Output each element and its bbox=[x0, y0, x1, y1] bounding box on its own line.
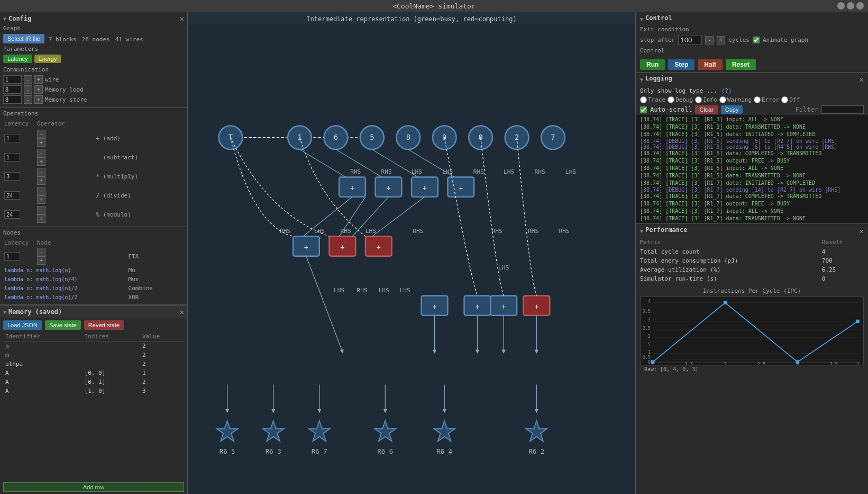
node-plus[interactable]: + bbox=[37, 256, 45, 265]
ops-plus[interactable]: + bbox=[37, 138, 45, 147]
comm-plus-0[interactable]: + bbox=[34, 75, 43, 84]
comm-row-0: - + wire bbox=[3, 75, 184, 84]
halt-btn[interactable]: Halt bbox=[698, 59, 723, 70]
run-btn[interactable]: Run bbox=[640, 59, 665, 70]
comm-label: Communication bbox=[3, 66, 184, 73]
comm-input-0[interactable] bbox=[3, 75, 22, 84]
nodes-col-latency: Latency bbox=[4, 239, 36, 246]
svg-text:+: + bbox=[423, 184, 427, 192]
svg-rect-126 bbox=[724, 301, 727, 304]
perf-metric: Total enery consumption (pJ) bbox=[636, 256, 818, 265]
radio-off[interactable]: Off bbox=[781, 96, 800, 103]
mem-id: m bbox=[3, 351, 83, 360]
config-close[interactable]: ✕ bbox=[180, 14, 184, 23]
svg-text:R6_4: R6_4 bbox=[436, 447, 452, 455]
animate-checkbox[interactable] bbox=[753, 37, 760, 43]
ir-graph-svg: T 1 6 5 8 9 0 2 7 RHS RHS bbox=[188, 25, 635, 494]
memory-close[interactable]: ✕ bbox=[180, 308, 184, 316]
perf-result: 6.25 bbox=[818, 265, 868, 274]
center-area: Intermediate representation (green=busy,… bbox=[188, 12, 635, 494]
comm-minus-1[interactable]: - bbox=[24, 85, 32, 94]
log-line: [38.74] [TRACE] [3] [R1_3] data: TRANSMI… bbox=[640, 123, 864, 131]
comm-label-0: wire bbox=[45, 76, 59, 83]
raw-line: Raw: [0, 4, 0, 3] bbox=[640, 365, 864, 373]
tab-energy[interactable]: Energy bbox=[34, 55, 61, 63]
comm-minus-2[interactable]: - bbox=[24, 95, 32, 104]
ops-latency-input[interactable] bbox=[4, 134, 20, 142]
memory-title: Memory (saved) bbox=[8, 308, 62, 316]
svg-text:R6_3: R6_3 bbox=[266, 447, 281, 455]
node-latency-input[interactable] bbox=[4, 252, 20, 261]
add-row-btn[interactable]: Add row bbox=[3, 482, 184, 492]
ops-minus[interactable]: - bbox=[37, 187, 45, 195]
comm-label-2: Memory store bbox=[45, 96, 87, 103]
comm-plus-2[interactable]: + bbox=[34, 95, 43, 104]
select-ir-btn[interactable]: Select IR file bbox=[3, 34, 44, 43]
svg-text:1: 1 bbox=[297, 133, 301, 141]
cycle-plus[interactable]: + bbox=[717, 36, 725, 44]
mem-indices: [1, 0] bbox=[83, 387, 141, 396]
help-icon[interactable]: (?) bbox=[721, 87, 732, 94]
ir-canvas[interactable]: T 1 6 5 8 9 0 2 7 RHS RHS bbox=[188, 25, 635, 494]
svg-text:RHS: RHS bbox=[528, 228, 538, 235]
revert-state-btn[interactable]: Revert state bbox=[84, 320, 124, 330]
logging-close[interactable]: ✕ bbox=[860, 75, 864, 84]
performance-section: ▼ Performance ✕ Metric Result Total cycl… bbox=[636, 224, 868, 494]
radio-trace[interactable]: Trace bbox=[640, 96, 665, 103]
autoscroll-checkbox[interactable] bbox=[640, 106, 647, 113]
radio-error[interactable]: Error bbox=[754, 96, 779, 103]
operations-section: Operations Latency Operator - + + (add) … bbox=[0, 108, 187, 227]
maximize-btn[interactable] bbox=[847, 2, 854, 10]
radio-debug[interactable]: Debug bbox=[668, 96, 693, 103]
perf-result: 4 bbox=[818, 247, 868, 257]
reset-btn[interactable]: Reset bbox=[726, 59, 756, 70]
stop-after-label: stop after bbox=[640, 37, 675, 43]
ops-minus[interactable]: - bbox=[37, 168, 45, 176]
mem-value: 1 bbox=[140, 369, 184, 378]
tab-latency[interactable]: Latency bbox=[3, 55, 32, 63]
cycle-minus[interactable]: - bbox=[705, 36, 714, 44]
svg-text:3: 3 bbox=[648, 317, 651, 322]
node-minus[interactable]: - bbox=[37, 248, 45, 256]
comm-plus-1[interactable]: + bbox=[34, 85, 43, 94]
load-json-btn[interactable]: Load JSON bbox=[3, 320, 42, 330]
mem-indices bbox=[83, 360, 141, 369]
comm-minus-0[interactable]: - bbox=[24, 75, 32, 84]
radio-info[interactable]: Info bbox=[695, 96, 717, 103]
ops-minus[interactable]: - bbox=[37, 130, 45, 138]
table-row: n 2 bbox=[3, 342, 184, 351]
minimize-btn[interactable] bbox=[837, 2, 845, 10]
svg-text:5: 5 bbox=[370, 133, 374, 141]
cycle-input[interactable] bbox=[678, 35, 702, 45]
ops-plus[interactable]: + bbox=[37, 176, 45, 185]
ops-plus[interactable]: + bbox=[37, 157, 45, 166]
control-title: Control bbox=[645, 14, 672, 22]
ops-latency-input[interactable] bbox=[4, 210, 20, 219]
radio-warning[interactable]: Warning bbox=[719, 96, 752, 103]
ops-latency-input[interactable] bbox=[4, 153, 20, 161]
table-row: alhpa 2 bbox=[3, 360, 184, 369]
log-line: [38.74] [TRACE] [3] [R1_5] output: FREE … bbox=[640, 157, 864, 165]
mem-value: 3 bbox=[140, 387, 184, 396]
step-btn[interactable]: Step bbox=[668, 59, 695, 70]
comm-input-1[interactable] bbox=[3, 85, 22, 94]
ops-latency-input[interactable] bbox=[4, 172, 20, 181]
svg-text:LHS: LHS bbox=[565, 168, 576, 175]
perf-close[interactable]: ✕ bbox=[860, 227, 864, 235]
save-state-btn[interactable]: Save state bbox=[45, 320, 81, 330]
copy-btn[interactable]: Copy bbox=[721, 105, 743, 114]
comm-input-2[interactable] bbox=[3, 95, 22, 104]
ops-latency-input[interactable] bbox=[4, 191, 20, 200]
ops-minus[interactable]: - bbox=[37, 149, 45, 157]
clear-btn[interactable]: Clear bbox=[695, 105, 717, 114]
cycles-label: cycles bbox=[728, 37, 750, 43]
ops-plus[interactable]: + bbox=[37, 195, 45, 204]
ops-minus[interactable]: - bbox=[37, 206, 45, 214]
close-btn-win[interactable] bbox=[856, 2, 864, 10]
table-row: A [0, 1] 2 bbox=[3, 378, 184, 387]
svg-rect-127 bbox=[796, 360, 799, 363]
mem-id: alhpa bbox=[3, 360, 83, 369]
filter-input[interactable] bbox=[821, 105, 864, 114]
ops-plus[interactable]: + bbox=[37, 214, 45, 223]
perf-row: Average utilization (%) 6.25 bbox=[636, 265, 868, 274]
